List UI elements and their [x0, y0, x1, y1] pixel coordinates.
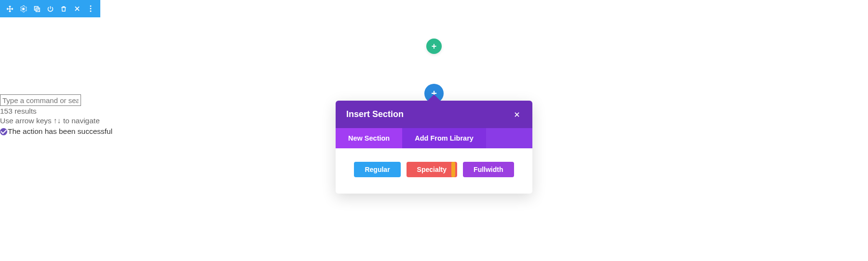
add-section-green-button[interactable]: + — [426, 39, 442, 54]
modal-title: Insert Section — [346, 109, 404, 119]
gear-icon[interactable] — [16, 0, 30, 17]
fullwidth-button[interactable]: Fullwidth — [463, 162, 514, 177]
check-icon — [0, 128, 7, 135]
svg-point-4 — [90, 8, 92, 10]
tab-add-from-library[interactable]: Add From Library — [402, 128, 486, 148]
modal-close-button[interactable] — [512, 110, 522, 119]
regular-button[interactable]: Regular — [354, 162, 400, 177]
success-message: The action has been successful — [0, 127, 112, 136]
specialty-button[interactable]: Specialty — [407, 162, 457, 177]
insert-section-modal: Insert Section New Section Add From Libr… — [336, 101, 532, 194]
close-icon[interactable] — [70, 0, 84, 17]
modal-pointer — [427, 94, 441, 101]
command-input[interactable] — [0, 94, 81, 106]
svg-point-5 — [90, 11, 92, 12]
more-icon[interactable] — [84, 0, 97, 17]
section-toolbar — [0, 0, 100, 17]
power-icon[interactable] — [43, 0, 57, 17]
success-text: The action has been successful — [8, 127, 112, 136]
modal-header: Insert Section — [336, 101, 532, 128]
plus-icon: + — [432, 41, 437, 52]
move-icon[interactable] — [3, 0, 16, 17]
specialty-notch — [451, 162, 455, 177]
svg-point-0 — [22, 8, 24, 10]
regular-notch — [395, 162, 399, 177]
results-count: 153 results — [0, 107, 112, 116]
option-regular-group: Regular — [354, 162, 398, 177]
duplicate-icon[interactable] — [30, 0, 43, 17]
modal-tabs: New Section Add From Library — [336, 128, 532, 148]
svg-point-3 — [90, 5, 92, 7]
tab-new-section[interactable]: New Section — [336, 128, 402, 148]
modal-body: Regular Specialty Fullwidth — [336, 148, 532, 194]
tabs-spacer — [486, 128, 532, 148]
trash-icon[interactable] — [57, 0, 70, 17]
command-palette: 153 results Use arrow keys ↑↓ to navigat… — [0, 94, 112, 136]
option-fullwidth-group: Fullwidth — [463, 162, 514, 177]
option-specialty-group: Specialty — [407, 162, 455, 177]
navigation-hint: Use arrow keys ↑↓ to navigate — [0, 117, 112, 125]
